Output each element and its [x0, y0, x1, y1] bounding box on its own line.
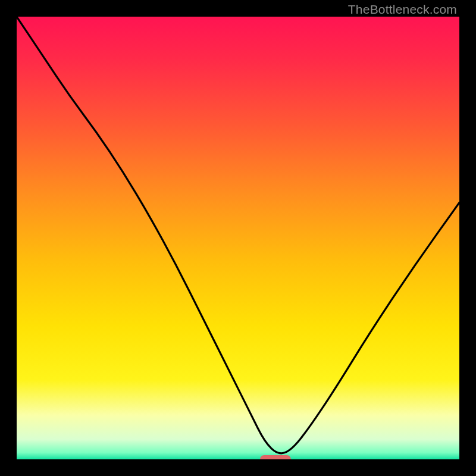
watermark-text: TheBottleneck.com: [348, 2, 457, 17]
chart-frame: TheBottleneck.com: [0, 0, 476, 476]
plot-area: [17, 17, 459, 459]
optimal-marker: [260, 455, 291, 459]
bottleneck-curve: [17, 17, 459, 459]
